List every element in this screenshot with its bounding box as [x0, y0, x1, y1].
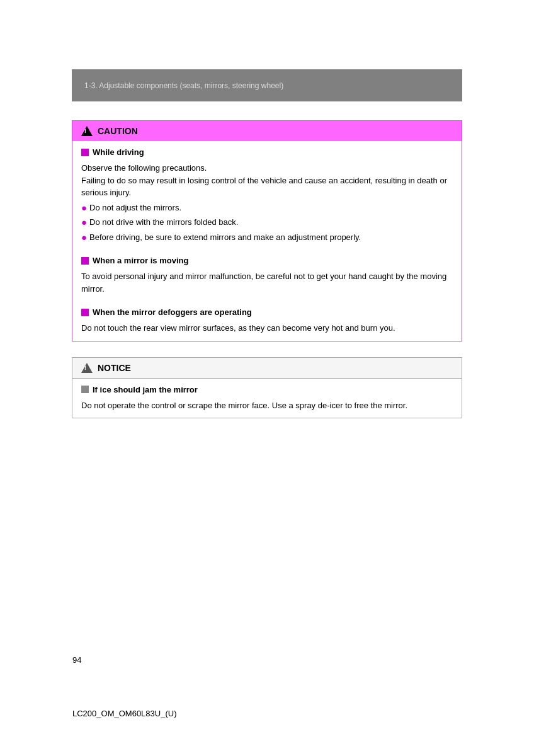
page-number: 94: [72, 655, 81, 665]
section-while-driving-header: While driving: [72, 141, 462, 159]
ice-jam-body: Do not operate the control or scrape the…: [72, 397, 462, 418]
bullet-icon-1: ●: [81, 202, 87, 214]
section-square-icon: [81, 149, 89, 156]
while-driving-body: Observe the following precautions. Faili…: [72, 159, 462, 249]
main-content: CAUTION While driving Observe the follow…: [72, 120, 462, 418]
bullet-icon-2: ●: [81, 216, 87, 229]
caution-body: While driving Observe the following prec…: [72, 141, 462, 341]
bullet-text-2: Do not drive with the mirrors folded bac…: [89, 216, 238, 229]
notice-box: NOTICE If ice should jam the mirror Do n…: [72, 357, 462, 419]
notice-triangle-icon: [81, 363, 93, 373]
defoggers-text: Do not touch the rear view mirror surfac…: [81, 323, 395, 333]
section-defoggers-header: When the mirror defoggers are operating: [72, 301, 462, 319]
ice-jam-text: Do not operate the control or scrape the…: [81, 401, 407, 410]
bullet-text-1: Do not adjust the mirrors.: [89, 202, 181, 214]
defoggers-body: Do not touch the rear view mirror surfac…: [72, 319, 462, 341]
ice-jam-title: If ice should jam the mirror: [93, 385, 198, 394]
while-driving-intro: Observe the following precautions. Faili…: [81, 162, 453, 199]
bullet-icon-3: ●: [81, 231, 87, 244]
bullet-item-3: ● Before driving, be sure to extend mirr…: [81, 231, 453, 244]
defoggers-title: When the mirror defoggers are operating: [93, 307, 252, 317]
section-square-icon-2: [81, 257, 89, 265]
caution-box: CAUTION While driving Observe the follow…: [72, 120, 462, 341]
notice-title: NOTICE: [98, 363, 131, 373]
bullet-item-2: ● Do not drive with the mirrors folded b…: [81, 216, 453, 229]
ice-jam-header: If ice should jam the mirror: [72, 379, 462, 397]
notice-header: NOTICE: [72, 358, 462, 379]
caution-header: CAUTION: [72, 121, 462, 141]
mirror-moving-body: To avoid personal injury and mirror malf…: [72, 268, 462, 301]
bullet-text-3: Before driving, be sure to extend mirror…: [89, 231, 361, 244]
footer-id: LC200_OM_OM60L83U_(U): [72, 709, 176, 718]
section-mirror-moving-header: When a mirror is moving: [72, 249, 462, 268]
while-driving-title: While driving: [93, 147, 144, 157]
caution-title: CAUTION: [98, 126, 138, 136]
warning-triangle-icon: [81, 126, 93, 136]
section-square-icon-3: [81, 309, 89, 316]
notice-section-square-icon: [81, 386, 89, 393]
header-text: 1-3. Adjustable components (seats, mirro…: [84, 81, 283, 90]
mirror-moving-text: To avoid personal injury and mirror malf…: [81, 272, 446, 294]
header-bar: 1-3. Adjustable components (seats, mirro…: [72, 69, 462, 101]
mirror-moving-title: When a mirror is moving: [93, 256, 188, 265]
notice-body: If ice should jam the mirror Do not oper…: [72, 379, 462, 418]
bullet-item-1: ● Do not adjust the mirrors.: [81, 202, 453, 214]
